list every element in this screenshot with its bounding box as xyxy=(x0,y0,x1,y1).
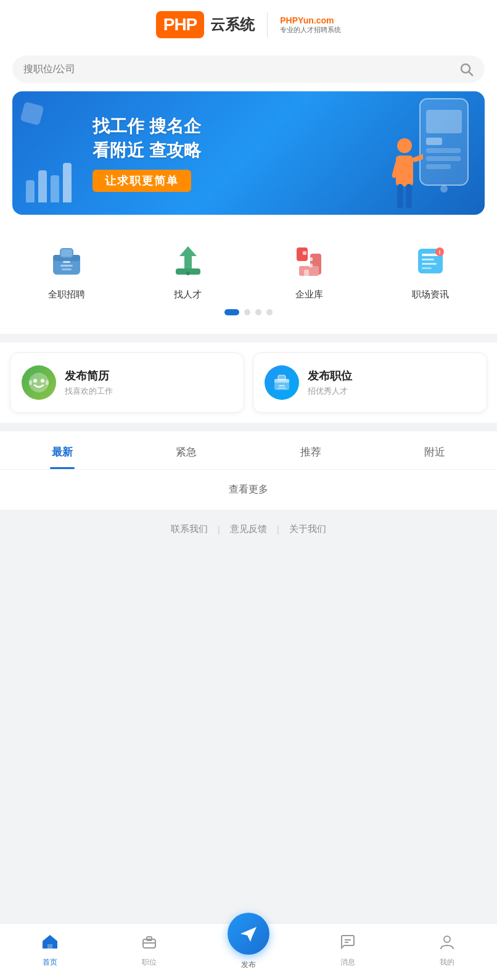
card-resume[interactable]: 发布简历 找喜欢的工作 xyxy=(10,352,244,413)
nav-profile[interactable]: 我的 xyxy=(398,933,497,968)
svg-marker-21 xyxy=(179,246,197,268)
banner-section: 找工作 搜名企 看附近 查攻略 让求职更简单 xyxy=(0,91,497,227)
job-title: 发布职位 xyxy=(308,368,352,383)
resume-avatar xyxy=(22,365,56,400)
resume-info: 发布简历 找喜欢的工作 xyxy=(65,368,113,397)
svg-rect-19 xyxy=(60,265,73,267)
svg-point-54 xyxy=(444,936,450,942)
svg-point-39 xyxy=(33,379,37,383)
banner-cube-deco xyxy=(20,101,44,125)
dot-1 xyxy=(224,309,239,315)
nav-messages-label: 消息 xyxy=(340,957,355,968)
svg-rect-34 xyxy=(422,263,437,265)
svg-point-23 xyxy=(186,272,190,275)
company-icon xyxy=(287,239,331,283)
footer-contact[interactable]: 联系我们 xyxy=(171,523,208,535)
dot-2 xyxy=(244,309,250,315)
category-fulltime[interactable]: 全职招聘 xyxy=(42,239,91,301)
news-label: 职场资讯 xyxy=(412,289,449,301)
svg-rect-42 xyxy=(46,380,49,385)
search-bar xyxy=(0,47,497,91)
search-button[interactable] xyxy=(459,62,474,77)
svg-point-40 xyxy=(41,379,44,383)
publish-button[interactable] xyxy=(228,913,269,955)
svg-rect-47 xyxy=(277,388,286,389)
banner-chart-deco xyxy=(26,153,72,202)
home-icon xyxy=(41,933,59,955)
category-company[interactable]: 企业库 xyxy=(284,239,334,301)
svg-rect-29 xyxy=(309,264,313,267)
pagination-dots xyxy=(6,301,491,328)
nav-messages[interactable]: 消息 xyxy=(298,933,398,968)
footer-sep-1: | xyxy=(218,524,220,534)
logo-subtitle: PHPYun.com 专业的人才招聘系统 xyxy=(280,15,341,35)
footer-about[interactable]: 关于我们 xyxy=(289,523,326,535)
job-info: 发布职位 招优秀人才 xyxy=(308,368,352,397)
talent-label: 找人才 xyxy=(174,289,202,301)
resume-title: 发布简历 xyxy=(65,368,113,383)
logo-cloud-label: 云系统 xyxy=(210,15,255,35)
svg-line-1 xyxy=(469,72,473,76)
logo: PHP 云系统 PHPYun.com 专业的人才招聘系统 xyxy=(156,11,342,38)
publish-icon xyxy=(238,923,259,944)
profile-icon xyxy=(438,933,456,955)
talent-icon xyxy=(166,239,210,283)
banner[interactable]: 找工作 搜名企 看附近 查攻略 让求职更简单 xyxy=(12,91,485,215)
tab-recommend[interactable]: 推荐 xyxy=(248,435,373,469)
footer-feedback[interactable]: 意见反馈 xyxy=(230,523,267,535)
banner-title: 找工作 搜名企 看附近 查攻略 xyxy=(92,114,472,162)
svg-rect-30 xyxy=(304,270,309,276)
logo-php-text: PHP xyxy=(156,11,205,38)
tabs-section: 最新 紧急 推荐 附近 xyxy=(0,431,497,470)
logo-site: PHPYun.com xyxy=(280,15,341,25)
logo-divider xyxy=(267,12,268,37)
category-news[interactable]: ! 职场资讯 xyxy=(406,239,455,301)
svg-rect-48 xyxy=(47,944,52,949)
nav-home[interactable]: 首页 xyxy=(0,933,99,968)
nav-publish-label: 发布 xyxy=(241,960,256,970)
job-subtitle: 招优秀人才 xyxy=(308,386,352,397)
divider-1 xyxy=(0,334,497,343)
company-label: 企业库 xyxy=(295,289,323,301)
view-more[interactable]: 查看更多 xyxy=(0,470,497,510)
search-wrapper[interactable] xyxy=(12,56,485,83)
spacer xyxy=(0,549,497,672)
card-job[interactable]: 发布职位 招优秀人才 xyxy=(253,352,487,413)
search-input[interactable] xyxy=(23,64,453,75)
svg-text:!: ! xyxy=(438,249,440,255)
logo-tagline: 专业的人才招聘系统 xyxy=(280,25,341,35)
nav-jobs[interactable]: 职位 xyxy=(99,933,199,968)
cards-section: 发布简历 找喜欢的工作 发布职位 招优秀人才 xyxy=(0,343,497,423)
tab-nearby[interactable]: 附近 xyxy=(373,435,498,469)
svg-rect-45 xyxy=(278,375,285,380)
svg-rect-20 xyxy=(62,268,72,270)
nav-publish[interactable]: 发布 xyxy=(199,930,298,970)
logo-cloud-text: 云系统 xyxy=(210,15,255,35)
footer-links: 联系我们 | 意见反馈 | 关于我们 xyxy=(0,510,497,549)
category-talent[interactable]: 找人才 xyxy=(163,239,213,301)
categories-grid: 全职招聘 找人才 xyxy=(6,239,491,301)
nav-jobs-label: 职位 xyxy=(142,957,157,968)
tab-latest[interactable]: 最新 xyxy=(0,435,125,469)
view-more-label: 查看更多 xyxy=(229,484,268,494)
svg-rect-46 xyxy=(279,385,285,386)
svg-rect-27 xyxy=(303,251,306,255)
messages-icon xyxy=(339,933,356,955)
svg-rect-33 xyxy=(422,259,434,260)
header: PHP 云系统 PHPYun.com 专业的人才招聘系统 xyxy=(0,0,497,47)
fulltime-label: 全职招聘 xyxy=(48,289,85,301)
footer-sep-2: | xyxy=(277,524,279,534)
tabs: 最新 紧急 推荐 附近 xyxy=(0,435,497,470)
categories-section: 全职招聘 找人才 xyxy=(0,227,497,334)
svg-rect-41 xyxy=(29,380,32,385)
svg-rect-28 xyxy=(309,257,313,261)
bottom-nav: 首页 职位 发布 xyxy=(0,923,497,980)
resume-subtitle: 找喜欢的工作 xyxy=(65,386,113,397)
tab-urgent[interactable]: 紧急 xyxy=(125,435,249,469)
banner-text-area: 找工作 搜名企 看附近 查攻略 让求职更简单 xyxy=(92,114,472,192)
job-avatar xyxy=(265,365,299,400)
jobs-icon xyxy=(141,933,158,955)
fulltime-icon xyxy=(45,239,88,283)
svg-rect-18 xyxy=(63,261,70,263)
svg-rect-17 xyxy=(60,249,73,257)
